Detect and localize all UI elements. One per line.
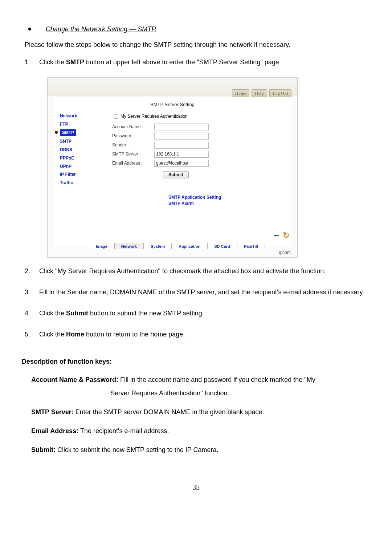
step-text: Click the SMTP button at upper left abov…	[39, 56, 370, 68]
step-number: 3.	[25, 286, 39, 298]
sender-label: Sender :	[112, 142, 154, 148]
sidebar-item-ddns[interactable]: DDNS	[60, 147, 98, 153]
sidebar-item-ftp[interactable]: FTP	[60, 121, 98, 128]
sidebar-item-traffic[interactable]: Traffic	[60, 180, 98, 186]
tab-sdcard[interactable]: SD Card	[207, 243, 237, 249]
intro-text: Please follow the steps below to change …	[25, 40, 370, 49]
sidebar-item-smtp[interactable]: SMTP	[60, 129, 76, 136]
tab-system[interactable]: System	[144, 243, 172, 249]
sidebar-item-pppoe[interactable]: PPPoE	[60, 155, 98, 161]
smtp-alarm-link[interactable]: SMTP Alarm	[168, 201, 288, 207]
section-title: Change the Network Setting — SMTP.	[46, 25, 157, 34]
auth-checkbox[interactable]	[114, 114, 118, 119]
step-text: Fill in the Sender name, DOMAIN NAME of …	[39, 286, 370, 298]
desc-item: Email Address: The recipient's e-mail ad…	[31, 424, 370, 438]
refresh-icon[interactable]: ↻	[283, 230, 289, 241]
desc-heading: Description of function keys:	[22, 357, 370, 366]
back-icon[interactable]: ←	[273, 230, 281, 241]
smtp-input[interactable]	[154, 151, 209, 158]
account-input[interactable]	[154, 124, 209, 130]
desc-item: SMTP Server: Enter the SMTP server DOMAI…	[31, 405, 370, 419]
step-text: Click the Home button to return to the h…	[39, 328, 370, 340]
tab-network[interactable]: Network	[114, 243, 144, 249]
bullet-icon	[28, 28, 31, 31]
sidebar-item-upnp[interactable]: UPnP	[60, 164, 98, 170]
step-number: 2.	[25, 265, 39, 277]
step-number: 5.	[25, 328, 39, 340]
desc-item: Account Name & Password: Fill in the acc…	[31, 373, 370, 401]
smtp-label: SMTP Server :	[112, 151, 154, 157]
step-text: Click the Submit button to submit the ne…	[39, 307, 370, 319]
submit-button[interactable]: Submit	[163, 171, 189, 178]
auth-label: My Server Requires Authentication	[121, 113, 188, 120]
password-label: Password :	[112, 133, 154, 139]
sender-input[interactable]	[154, 142, 209, 149]
page-title: SMTP Server Setting	[54, 97, 291, 113]
smtp-application-link[interactable]: SMTP Application Setting	[168, 194, 288, 201]
smtp-settings-screenshot: Home Help Log Out SMTP Server Setting Ne…	[47, 77, 298, 258]
sidebar-item-network[interactable]: Network	[60, 113, 98, 119]
brand-label: ipcam	[279, 250, 291, 256]
step-number: 4.	[25, 307, 39, 319]
tab-pantilt[interactable]: Pan/Tilt	[237, 243, 265, 249]
email-input[interactable]	[154, 160, 209, 167]
tab-image[interactable]: Image	[89, 243, 114, 249]
tab-application[interactable]: Application	[172, 243, 207, 249]
sidebar-item-ipfilter[interactable]: IP Filter	[60, 171, 98, 178]
step-number: 1.	[25, 56, 39, 68]
page-number: 35	[22, 482, 370, 492]
step-text: Click "My Server Requires Authentication…	[39, 265, 370, 277]
email-label: Email Address :	[112, 160, 154, 166]
password-input[interactable]	[154, 133, 209, 140]
sidebar-item-sntp[interactable]: SNTP	[60, 138, 98, 145]
account-label: Account Name :	[112, 124, 154, 130]
desc-item: Submit: Click to submit the new SMTP set…	[31, 443, 370, 457]
